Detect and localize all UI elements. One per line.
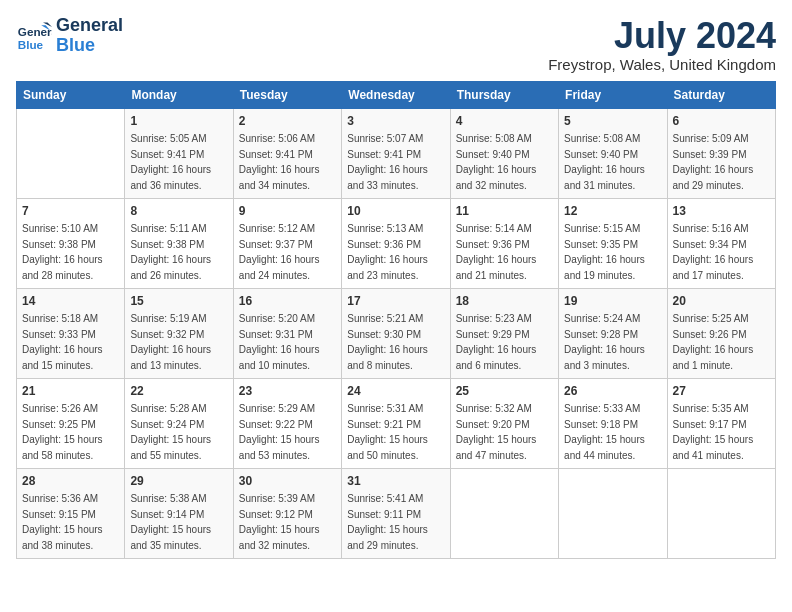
calendar-cell: 23Sunrise: 5:29 AM Sunset: 9:22 PM Dayli… — [233, 378, 341, 468]
day-detail: Sunrise: 5:10 AM Sunset: 9:38 PM Dayligh… — [22, 223, 103, 281]
day-number: 27 — [673, 383, 770, 400]
day-detail: Sunrise: 5:20 AM Sunset: 9:31 PM Dayligh… — [239, 313, 320, 371]
day-detail: Sunrise: 5:12 AM Sunset: 9:37 PM Dayligh… — [239, 223, 320, 281]
calendar-table: SundayMondayTuesdayWednesdayThursdayFrid… — [16, 81, 776, 559]
day-detail: Sunrise: 5:32 AM Sunset: 9:20 PM Dayligh… — [456, 403, 537, 461]
weekday-header-friday: Friday — [559, 81, 667, 108]
day-detail: Sunrise: 5:18 AM Sunset: 9:33 PM Dayligh… — [22, 313, 103, 371]
calendar-cell: 4Sunrise: 5:08 AM Sunset: 9:40 PM Daylig… — [450, 108, 558, 198]
week-row-3: 14Sunrise: 5:18 AM Sunset: 9:33 PM Dayli… — [17, 288, 776, 378]
day-detail: Sunrise: 5:24 AM Sunset: 9:28 PM Dayligh… — [564, 313, 645, 371]
calendar-cell: 15Sunrise: 5:19 AM Sunset: 9:32 PM Dayli… — [125, 288, 233, 378]
day-detail: Sunrise: 5:05 AM Sunset: 9:41 PM Dayligh… — [130, 133, 211, 191]
calendar-cell: 29Sunrise: 5:38 AM Sunset: 9:14 PM Dayli… — [125, 468, 233, 558]
day-detail: Sunrise: 5:31 AM Sunset: 9:21 PM Dayligh… — [347, 403, 428, 461]
day-number: 28 — [22, 473, 119, 490]
day-number: 22 — [130, 383, 227, 400]
calendar-cell: 14Sunrise: 5:18 AM Sunset: 9:33 PM Dayli… — [17, 288, 125, 378]
day-number: 16 — [239, 293, 336, 310]
calendar-cell — [450, 468, 558, 558]
title-block: July 2024 Freystrop, Wales, United Kingd… — [548, 16, 776, 73]
day-detail: Sunrise: 5:41 AM Sunset: 9:11 PM Dayligh… — [347, 493, 428, 551]
logo-icon: General Blue — [16, 18, 52, 54]
calendar-cell: 21Sunrise: 5:26 AM Sunset: 9:25 PM Dayli… — [17, 378, 125, 468]
week-row-5: 28Sunrise: 5:36 AM Sunset: 9:15 PM Dayli… — [17, 468, 776, 558]
day-number: 20 — [673, 293, 770, 310]
day-number: 23 — [239, 383, 336, 400]
day-number: 10 — [347, 203, 444, 220]
day-number: 8 — [130, 203, 227, 220]
weekday-header-row: SundayMondayTuesdayWednesdayThursdayFrid… — [17, 81, 776, 108]
day-number: 29 — [130, 473, 227, 490]
weekday-header-saturday: Saturday — [667, 81, 775, 108]
calendar-cell: 2Sunrise: 5:06 AM Sunset: 9:41 PM Daylig… — [233, 108, 341, 198]
week-row-4: 21Sunrise: 5:26 AM Sunset: 9:25 PM Dayli… — [17, 378, 776, 468]
day-detail: Sunrise: 5:08 AM Sunset: 9:40 PM Dayligh… — [564, 133, 645, 191]
day-number: 4 — [456, 113, 553, 130]
day-detail: Sunrise: 5:36 AM Sunset: 9:15 PM Dayligh… — [22, 493, 103, 551]
calendar-cell — [17, 108, 125, 198]
calendar-cell: 24Sunrise: 5:31 AM Sunset: 9:21 PM Dayli… — [342, 378, 450, 468]
logo-text-line1: General — [56, 16, 123, 36]
day-detail: Sunrise: 5:06 AM Sunset: 9:41 PM Dayligh… — [239, 133, 320, 191]
day-number: 9 — [239, 203, 336, 220]
day-detail: Sunrise: 5:14 AM Sunset: 9:36 PM Dayligh… — [456, 223, 537, 281]
day-detail: Sunrise: 5:26 AM Sunset: 9:25 PM Dayligh… — [22, 403, 103, 461]
calendar-cell: 12Sunrise: 5:15 AM Sunset: 9:35 PM Dayli… — [559, 198, 667, 288]
location-subtitle: Freystrop, Wales, United Kingdom — [548, 56, 776, 73]
logo-text-line2: Blue — [56, 36, 123, 56]
calendar-cell: 25Sunrise: 5:32 AM Sunset: 9:20 PM Dayli… — [450, 378, 558, 468]
weekday-header-thursday: Thursday — [450, 81, 558, 108]
day-detail: Sunrise: 5:13 AM Sunset: 9:36 PM Dayligh… — [347, 223, 428, 281]
day-number: 31 — [347, 473, 444, 490]
calendar-cell: 7Sunrise: 5:10 AM Sunset: 9:38 PM Daylig… — [17, 198, 125, 288]
day-detail: Sunrise: 5:35 AM Sunset: 9:17 PM Dayligh… — [673, 403, 754, 461]
calendar-cell: 6Sunrise: 5:09 AM Sunset: 9:39 PM Daylig… — [667, 108, 775, 198]
calendar-cell — [559, 468, 667, 558]
day-detail: Sunrise: 5:21 AM Sunset: 9:30 PM Dayligh… — [347, 313, 428, 371]
day-number: 26 — [564, 383, 661, 400]
calendar-cell: 19Sunrise: 5:24 AM Sunset: 9:28 PM Dayli… — [559, 288, 667, 378]
day-number: 25 — [456, 383, 553, 400]
day-number: 6 — [673, 113, 770, 130]
day-number: 14 — [22, 293, 119, 310]
day-number: 7 — [22, 203, 119, 220]
day-detail: Sunrise: 5:29 AM Sunset: 9:22 PM Dayligh… — [239, 403, 320, 461]
day-detail: Sunrise: 5:16 AM Sunset: 9:34 PM Dayligh… — [673, 223, 754, 281]
svg-text:Blue: Blue — [18, 37, 44, 50]
calendar-cell: 18Sunrise: 5:23 AM Sunset: 9:29 PM Dayli… — [450, 288, 558, 378]
day-detail: Sunrise: 5:08 AM Sunset: 9:40 PM Dayligh… — [456, 133, 537, 191]
day-detail: Sunrise: 5:19 AM Sunset: 9:32 PM Dayligh… — [130, 313, 211, 371]
calendar-cell: 22Sunrise: 5:28 AM Sunset: 9:24 PM Dayli… — [125, 378, 233, 468]
calendar-cell: 11Sunrise: 5:14 AM Sunset: 9:36 PM Dayli… — [450, 198, 558, 288]
calendar-cell: 10Sunrise: 5:13 AM Sunset: 9:36 PM Dayli… — [342, 198, 450, 288]
day-number: 3 — [347, 113, 444, 130]
day-number: 21 — [22, 383, 119, 400]
calendar-cell: 5Sunrise: 5:08 AM Sunset: 9:40 PM Daylig… — [559, 108, 667, 198]
day-number: 12 — [564, 203, 661, 220]
day-number: 24 — [347, 383, 444, 400]
calendar-cell: 28Sunrise: 5:36 AM Sunset: 9:15 PM Dayli… — [17, 468, 125, 558]
calendar-cell: 8Sunrise: 5:11 AM Sunset: 9:38 PM Daylig… — [125, 198, 233, 288]
day-detail: Sunrise: 5:39 AM Sunset: 9:12 PM Dayligh… — [239, 493, 320, 551]
day-detail: Sunrise: 5:15 AM Sunset: 9:35 PM Dayligh… — [564, 223, 645, 281]
day-number: 11 — [456, 203, 553, 220]
calendar-cell: 20Sunrise: 5:25 AM Sunset: 9:26 PM Dayli… — [667, 288, 775, 378]
month-year-title: July 2024 — [548, 16, 776, 56]
day-number: 15 — [130, 293, 227, 310]
weekday-header-monday: Monday — [125, 81, 233, 108]
day-number: 13 — [673, 203, 770, 220]
day-number: 5 — [564, 113, 661, 130]
calendar-cell: 27Sunrise: 5:35 AM Sunset: 9:17 PM Dayli… — [667, 378, 775, 468]
day-number: 30 — [239, 473, 336, 490]
day-detail: Sunrise: 5:38 AM Sunset: 9:14 PM Dayligh… — [130, 493, 211, 551]
week-row-1: 1Sunrise: 5:05 AM Sunset: 9:41 PM Daylig… — [17, 108, 776, 198]
week-row-2: 7Sunrise: 5:10 AM Sunset: 9:38 PM Daylig… — [17, 198, 776, 288]
day-number: 18 — [456, 293, 553, 310]
calendar-cell: 1Sunrise: 5:05 AM Sunset: 9:41 PM Daylig… — [125, 108, 233, 198]
weekday-header-tuesday: Tuesday — [233, 81, 341, 108]
calendar-cell: 3Sunrise: 5:07 AM Sunset: 9:41 PM Daylig… — [342, 108, 450, 198]
calendar-cell: 30Sunrise: 5:39 AM Sunset: 9:12 PM Dayli… — [233, 468, 341, 558]
logo: General Blue General Blue — [16, 16, 123, 56]
day-detail: Sunrise: 5:11 AM Sunset: 9:38 PM Dayligh… — [130, 223, 211, 281]
